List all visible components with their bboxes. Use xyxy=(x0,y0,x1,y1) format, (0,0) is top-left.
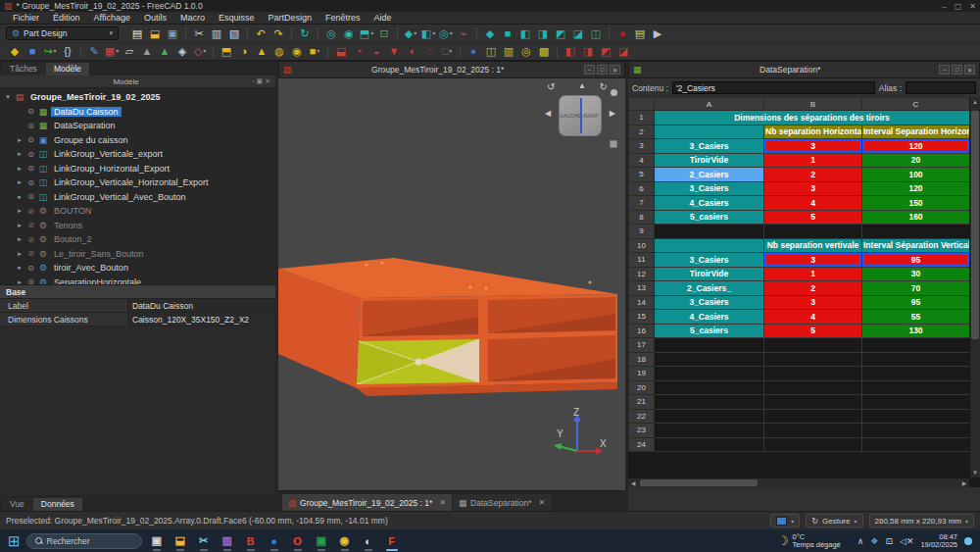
file-new-icon[interactable]: ▤ xyxy=(129,26,145,41)
view-isometric-icon[interactable]: ◆▾ xyxy=(403,26,418,41)
taskbar-app-app-globe[interactable]: ● xyxy=(266,531,283,551)
cell-A6[interactable]: 3_Casiers xyxy=(655,181,764,196)
property-value[interactable]: DataDu Caisson xyxy=(128,299,275,312)
scroll-right-arrow[interactable]: ▶ xyxy=(959,478,969,488)
polar-pattern-icon[interactable]: ◎ xyxy=(518,44,534,59)
cell-C2[interactable]: Interval Separation Horizontale xyxy=(862,125,970,139)
tab-modèle[interactable]: Modèle xyxy=(46,63,89,75)
column-header-b[interactable]: B xyxy=(764,98,862,111)
expand-arrow-icon[interactable]: ▸ xyxy=(16,165,24,173)
additive-loft-icon[interactable]: ▲ xyxy=(254,44,270,59)
pad-icon[interactable]: ⬒ xyxy=(219,44,234,59)
view-home-icon[interactable]: ◆ xyxy=(482,26,498,41)
cell-C23[interactable] xyxy=(862,424,970,438)
cell-C5[interactable]: 100 xyxy=(862,168,970,182)
cell-A16[interactable]: 5_casiers xyxy=(655,324,764,338)
cell-B5[interactable]: 2 xyxy=(764,168,862,182)
tree-item-groupe-du-caisson[interactable]: ▸⊙▣Groupe du caisson xyxy=(0,133,275,148)
workbench-selector[interactable]: ⚙ Part Design ▾ xyxy=(6,26,119,40)
row-header-1[interactable]: 1 xyxy=(629,111,655,125)
tilt-up-arrow-icon[interactable]: ▲ xyxy=(578,81,586,90)
multi-transform-icon[interactable]: ▩ xyxy=(536,44,552,59)
view-maximize-button[interactable]: □ xyxy=(597,65,608,75)
taskbar-app-opera[interactable]: O xyxy=(289,531,307,551)
view-left-icon[interactable]: ◫ xyxy=(588,26,604,41)
tree-item-groupe-mestiroir-19-02-2025[interactable]: ▾▤Groupe_MesTiroir_19_02_2025 xyxy=(0,90,275,105)
tree-item-tiroir-avec-bouton[interactable]: ▸⊙⚙tiroir_Avec_Bouton xyxy=(0,261,275,276)
create-body-icon[interactable]: ◆ xyxy=(7,44,23,59)
cell-A23[interactable] xyxy=(655,424,764,438)
cell-B20[interactable] xyxy=(764,380,862,395)
cell-B22[interactable] xyxy=(764,409,862,424)
minimize-button[interactable]: – xyxy=(942,2,946,11)
cell-B9[interactable] xyxy=(764,225,862,239)
pocket-icon[interactable]: ⬓ xyxy=(333,44,349,59)
taskbar-app-file-explorer[interactable]: ⬓ xyxy=(172,531,189,551)
revolution-icon[interactable]: ◑ xyxy=(236,44,252,59)
cell-A11[interactable]: 3_Casiers xyxy=(655,253,764,268)
cell-B24[interactable] xyxy=(764,437,862,452)
taskbar-app-photos-app[interactable]: ▥ xyxy=(219,531,236,551)
subtractive-loft-icon[interactable]: ▼ xyxy=(386,44,402,59)
menu-partdesign[interactable]: PartDesign xyxy=(261,13,318,23)
tree-item-linkgroup-verticale-export[interactable]: ▸⊙◫LinkGroup_Verticale_export xyxy=(0,147,275,162)
tab-tâches[interactable]: Tâches xyxy=(2,63,45,75)
weather-widget[interactable]: ☽ 0°C Temps dégagé xyxy=(777,533,841,549)
cell-B18[interactable] xyxy=(764,352,862,367)
macro-record-icon[interactable]: ● xyxy=(614,26,630,41)
cell-A14[interactable]: 3_Casiers xyxy=(655,295,764,310)
nav-menu-cube-icon[interactable] xyxy=(610,140,617,148)
navigation-style-selector[interactable]: ↻ Gesture ▾ xyxy=(806,514,862,527)
cell-A10[interactable] xyxy=(655,238,764,253)
linear-pattern-icon[interactable]: ▥ xyxy=(501,44,516,59)
expand-arrow-icon[interactable]: ▸ xyxy=(16,250,24,258)
cell-A19[interactable] xyxy=(655,367,764,381)
taskbar-app-task-view[interactable]: ▣ xyxy=(148,531,166,551)
visibility-icon[interactable]: ⊘ xyxy=(26,207,35,216)
cell-C17[interactable] xyxy=(862,338,970,353)
visibility-icon[interactable]: ⊙ xyxy=(26,192,35,201)
map-sketch-icon[interactable]: ▱ xyxy=(122,44,137,59)
view-dimensions-selector[interactable]: 260,58 mm x 220,93 mm ▾ xyxy=(869,514,975,527)
cell-B12[interactable]: 1 xyxy=(764,267,862,281)
cell-A17[interactable] xyxy=(655,338,764,353)
cut-icon[interactable]: ✂ xyxy=(191,26,207,41)
cell-A5[interactable]: 2_Casiers xyxy=(655,168,764,182)
3d-view-titlebar[interactable]: ▥ Groupe_MesTiroir_19_02_2025 : 1* – □ ✕ xyxy=(278,61,625,78)
cell-A4[interactable]: TiroirVide xyxy=(655,153,764,168)
maximize-button[interactable]: ▢ xyxy=(955,2,962,11)
redo-icon[interactable]: ↷ xyxy=(270,26,286,41)
cell-A24[interactable] xyxy=(655,437,764,452)
row-header-17[interactable]: 17 xyxy=(629,338,655,353)
nav-cube-front-face[interactable]: AVANT xyxy=(580,96,601,135)
cell-C14[interactable]: 95 xyxy=(862,295,970,310)
visibility-icon[interactable]: ⊘ xyxy=(26,221,35,229)
tree-item-linkgroup-vertical-avec-bouton[interactable]: ▸⊙◫LinkGroup_Vertical_Avec_Bouton xyxy=(0,190,275,205)
cell-B2[interactable]: Nb separation Horizontale xyxy=(764,125,862,139)
menu-édition[interactable]: Édition xyxy=(46,13,87,23)
row-header-21[interactable]: 21 xyxy=(629,395,655,410)
cell-C16[interactable]: 130 xyxy=(862,324,970,338)
scroll-down-arrow[interactable]: ▼ xyxy=(970,468,980,477)
property-value[interactable]: Caisson_120X_35X150_Z2_X2 xyxy=(128,313,275,326)
close-button[interactable]: ✕ xyxy=(969,2,976,11)
scroll-up-arrow[interactable]: ▲ xyxy=(970,97,980,107)
menu-esquisse[interactable]: Esquisse xyxy=(212,13,262,23)
taskbar-app-freecad[interactable]: F xyxy=(383,531,401,551)
cell-B19[interactable] xyxy=(764,367,862,381)
row-header-11[interactable]: 11 xyxy=(629,253,655,268)
visibility-icon[interactable]: ⊙ xyxy=(26,122,35,130)
cell-A1[interactable]: Dimensions des séparations des tiroirs xyxy=(655,111,970,125)
view-bottom-icon[interactable]: ◪ xyxy=(570,26,586,41)
cell-B6[interactable]: 3 xyxy=(764,181,862,196)
start-button[interactable]: ⊞ xyxy=(8,531,21,551)
create-group-icon[interactable]: ■ xyxy=(24,44,40,59)
thickness-icon[interactable]: ◪ xyxy=(615,44,631,59)
refresh-icon[interactable]: ↻ xyxy=(297,26,313,41)
cell-C19[interactable] xyxy=(862,367,970,381)
zoom-selection-icon[interactable]: ◎▾ xyxy=(438,26,454,41)
additive-helix-icon[interactable]: ◉ xyxy=(289,44,305,59)
paste-icon[interactable]: ▧ xyxy=(226,26,242,41)
tree-item-datadu-caisson[interactable]: ⊙▦DataDu Caisson xyxy=(0,105,275,120)
property-row-dimensions-caissons[interactable]: Dimensions CaissonsCaisson_120X_35X150_Z… xyxy=(0,313,275,326)
